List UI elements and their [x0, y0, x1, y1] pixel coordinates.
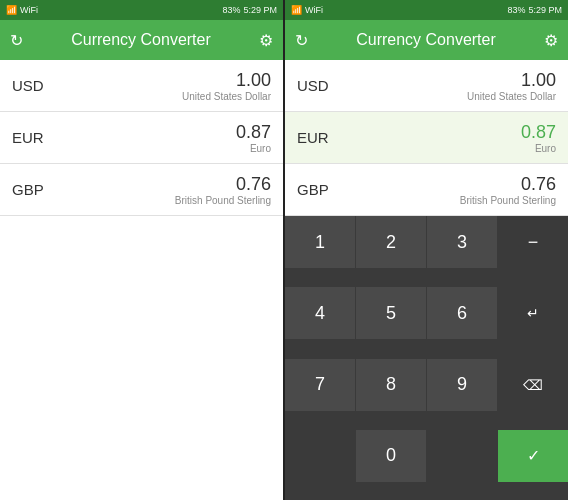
right-status-icons: 📶 WiFi [291, 5, 504, 15]
right-eur-name: Euro [347, 143, 556, 154]
right-gbp-name: British Pound Sterling [347, 195, 556, 206]
key-enter[interactable]: ↵ [498, 287, 568, 339]
right-app-title: Currency Converter [356, 31, 496, 49]
key-backspace[interactable]: ⌫ [498, 359, 568, 411]
key-empty-right [427, 430, 497, 482]
right-gbp-values: 0.76 British Pound Sterling [347, 174, 556, 206]
left-time: 5:29 PM [243, 5, 277, 15]
right-eur-row[interactable]: EUR 0.87 Euro [285, 112, 568, 164]
numeric-keyboard: 1 2 3 − 4 5 6 ↵ 7 8 9 ⌫ 0 ✓ [285, 216, 568, 500]
left-usd-amount: 1.00 [62, 70, 271, 91]
key-0[interactable]: 0 [356, 430, 426, 482]
key-1[interactable]: 1 [285, 216, 355, 268]
key-5[interactable]: 5 [356, 287, 426, 339]
right-usd-amount: 1.00 [347, 70, 556, 91]
left-refresh-button[interactable]: ↻ [10, 31, 23, 50]
key-6[interactable]: 6 [427, 287, 497, 339]
key-9[interactable]: 9 [427, 359, 497, 411]
left-battery: 83% [222, 5, 240, 15]
left-gbp-values: 0.76 British Pound Sterling [62, 174, 271, 206]
key-2[interactable]: 2 [356, 216, 426, 268]
left-settings-button[interactable]: ⚙ [259, 31, 273, 50]
right-battery: 83% [507, 5, 525, 15]
right-eur-amount: 0.87 [347, 122, 556, 143]
key-3[interactable]: 3 [427, 216, 497, 268]
left-app-title: Currency Converter [71, 31, 211, 49]
left-usd-code: USD [12, 77, 62, 94]
left-app-header: ↻ Currency Converter ⚙ [0, 20, 283, 60]
left-usd-values: 1.00 United States Dollar [62, 70, 271, 102]
left-eur-amount: 0.87 [62, 122, 271, 143]
right-eur-values: 0.87 Euro [347, 122, 556, 154]
right-settings-button[interactable]: ⚙ [544, 31, 558, 50]
right-status-bar: 📶 WiFi 83% 5:29 PM [285, 0, 568, 20]
wifi-icon: WiFi [20, 5, 38, 15]
right-usd-code: USD [297, 77, 347, 94]
key-8[interactable]: 8 [356, 359, 426, 411]
left-currency-list: USD 1.00 United States Dollar EUR 0.87 E… [0, 60, 283, 500]
left-eur-row[interactable]: EUR 0.87 Euro [0, 112, 283, 164]
key-7[interactable]: 7 [285, 359, 355, 411]
key-minus[interactable]: − [498, 216, 568, 268]
right-screen: 📶 WiFi 83% 5:29 PM ↻ Currency Converter … [285, 0, 568, 500]
left-gbp-amount: 0.76 [62, 174, 271, 195]
left-screen: 📶 WiFi 83% 5:29 PM ↻ Currency Converter … [0, 0, 283, 500]
left-usd-row[interactable]: USD 1.00 United States Dollar [0, 60, 283, 112]
left-eur-name: Euro [62, 143, 271, 154]
left-gbp-name: British Pound Sterling [62, 195, 271, 206]
right-usd-name: United States Dollar [347, 91, 556, 102]
right-eur-code: EUR [297, 129, 347, 146]
key-empty-left [285, 430, 355, 482]
right-gbp-row[interactable]: GBP 0.76 British Pound Sterling [285, 164, 568, 216]
right-time: 5:29 PM [528, 5, 562, 15]
left-eur-values: 0.87 Euro [62, 122, 271, 154]
right-app-header: ↻ Currency Converter ⚙ [285, 20, 568, 60]
right-gbp-amount: 0.76 [347, 174, 556, 195]
left-gbp-code: GBP [12, 181, 62, 198]
left-status-icons: 📶 WiFi [6, 5, 219, 15]
left-gbp-row[interactable]: GBP 0.76 British Pound Sterling [0, 164, 283, 216]
right-usd-values: 1.00 United States Dollar [347, 70, 556, 102]
left-status-bar: 📶 WiFi 83% 5:29 PM [0, 0, 283, 20]
right-usd-row[interactable]: USD 1.00 United States Dollar [285, 60, 568, 112]
key-4[interactable]: 4 [285, 287, 355, 339]
left-usd-name: United States Dollar [62, 91, 271, 102]
right-currency-list: USD 1.00 United States Dollar EUR 0.87 E… [285, 60, 568, 216]
left-eur-code: EUR [12, 129, 62, 146]
signal-icon: 📶 [6, 5, 17, 15]
right-refresh-button[interactable]: ↻ [295, 31, 308, 50]
right-wifi-icon: WiFi [305, 5, 323, 15]
key-confirm[interactable]: ✓ [498, 430, 568, 482]
right-signal-icon: 📶 [291, 5, 302, 15]
right-gbp-code: GBP [297, 181, 347, 198]
